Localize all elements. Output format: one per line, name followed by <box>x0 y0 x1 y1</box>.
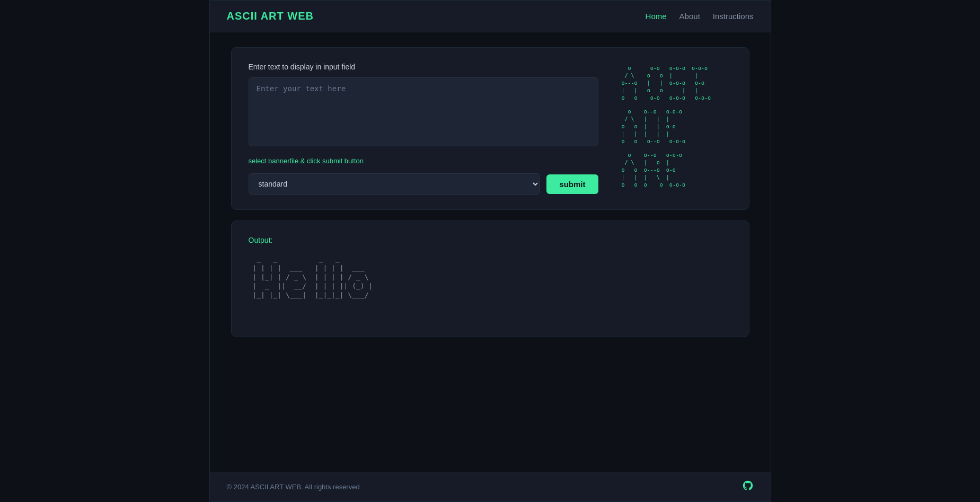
nav-link-home[interactable]: Home <box>646 12 667 21</box>
nav-link-about[interactable]: About <box>679 12 700 21</box>
github-icon[interactable] <box>742 480 754 494</box>
nav-links: Home About Instructions <box>646 12 754 21</box>
main-content: Enter text to display in input field sel… <box>210 32 771 472</box>
select-label: select bannerfile & click submit button <box>249 157 598 165</box>
nav-link-instructions[interactable]: Instructions <box>713 12 754 21</box>
input-left-panel: Enter text to display in input field sel… <box>249 63 598 195</box>
footer-copyright: © 2024 ASCII ART WEB. All rights reserve… <box>227 483 360 491</box>
select-row: standard shadow thinkertoy submit <box>249 173 598 195</box>
submit-button[interactable]: submit <box>546 174 598 194</box>
ascii-decoration-panel: o o-o o-o-o o-o-o / \ o o | | o---o | | … <box>615 63 732 189</box>
brand-title: ASCII ART WEB <box>227 10 314 22</box>
output-card: Output: _ _ _ _ | | | | ___ | | | | ___ … <box>231 221 749 337</box>
input-card: Enter text to display in input field sel… <box>231 47 749 210</box>
ascii-deco-top: o o-o o-o-o o-o-o / \ o o | | o---o | | … <box>615 65 732 102</box>
footer: © 2024 ASCII ART WEB. All rights reserve… <box>210 472 771 501</box>
text-input[interactable] <box>249 77 598 146</box>
ascii-deco-middle: o o--o o-o-o / \ | | | o o | | o-o | | |… <box>615 108 732 145</box>
ascii-deco-bottom: o o--o o-o-o / \ | o | o o o---o o-o | |… <box>615 152 732 189</box>
output-ascii: _ _ _ _ | | | | ___ | | | | ___ | |_| | … <box>249 255 732 300</box>
navbar: ASCII ART WEB Home About Instructions <box>210 1 771 32</box>
input-label: Enter text to display in input field <box>249 63 598 71</box>
banner-select[interactable]: standard shadow thinkertoy <box>249 173 541 195</box>
output-label: Output: <box>249 236 732 244</box>
